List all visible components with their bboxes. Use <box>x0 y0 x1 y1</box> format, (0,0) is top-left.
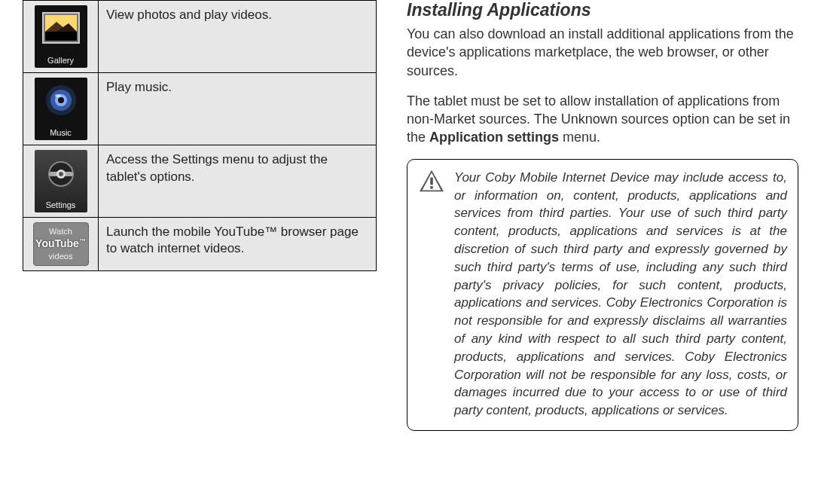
svg-point-8 <box>58 97 64 103</box>
youtube-label-top: Watch <box>34 226 88 237</box>
svg-rect-17 <box>430 186 433 189</box>
paragraph-1: You can also download an install additio… <box>407 25 798 80</box>
gallery-icon: Gallery <box>35 5 87 68</box>
music-icon-label: Music <box>35 127 87 139</box>
section-heading: Installing Applications <box>407 0 798 20</box>
table-row: Watch YouTube™ videos Launch the mobile … <box>23 217 377 271</box>
table-row: Settings Access the Settings menu to adj… <box>23 145 377 217</box>
icon-cell-gallery: Gallery <box>23 1 99 73</box>
warning-callout: Your Coby Mobile Internet Device may inc… <box>407 159 798 431</box>
youtube-label-bot: videos <box>34 251 88 262</box>
left-column: Gallery View photos and play videos. Mus… <box>0 0 392 504</box>
para2-post: menu. <box>559 130 600 145</box>
callout-text: Your Coby Mobile Internet Device may inc… <box>454 169 787 420</box>
icon-cell-music: Music <box>23 72 99 145</box>
gallery-icon-label: Gallery <box>35 55 87 66</box>
youtube-icon: Watch YouTube™ videos <box>33 222 89 267</box>
para2-bold: Application settings <box>429 130 559 145</box>
table-row: Gallery View photos and play videos. <box>23 1 377 73</box>
music-icon: Music <box>35 78 87 140</box>
apps-table: Gallery View photos and play videos. Mus… <box>23 0 377 271</box>
svg-point-9 <box>55 94 61 97</box>
icon-cell-settings: Settings <box>23 145 99 217</box>
gallery-desc: View photos and play videos. <box>99 1 377 73</box>
youtube-desc: Launch the mobile YouTube™ browser page … <box>99 217 377 271</box>
music-desc: Play music. <box>99 72 377 145</box>
svg-rect-4 <box>45 32 77 41</box>
settings-desc: Access the Settings menu to adjust the t… <box>99 145 377 217</box>
right-column: Installing Applications You can also dow… <box>392 0 821 504</box>
svg-point-13 <box>59 172 63 176</box>
table-row: Music Play music. <box>23 72 377 145</box>
paragraph-2: The tablet must be set to allow installa… <box>407 92 798 147</box>
icon-cell-youtube: Watch YouTube™ videos <box>23 217 99 271</box>
warning-icon <box>418 169 445 193</box>
settings-icon: Settings <box>35 150 87 212</box>
youtube-label-mid: YouTube™ <box>34 237 88 251</box>
svg-rect-16 <box>430 177 433 185</box>
settings-icon-label: Settings <box>35 200 87 211</box>
